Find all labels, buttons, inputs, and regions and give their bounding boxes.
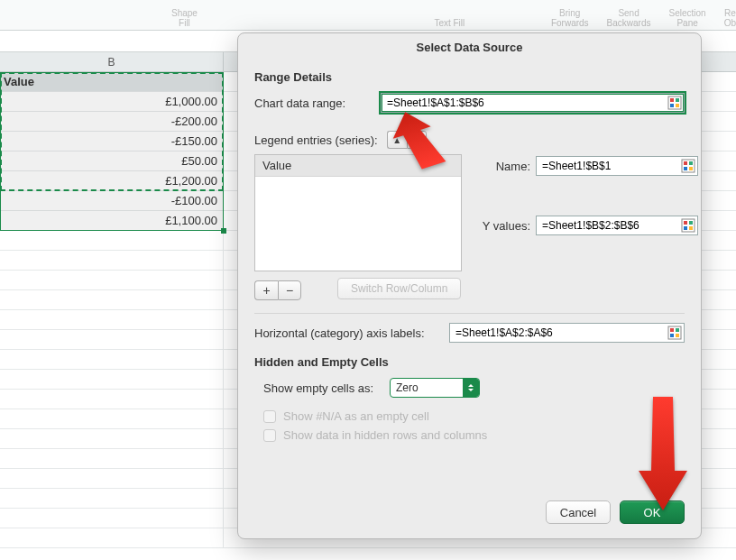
svg-rect-16 bbox=[670, 328, 674, 332]
series-move-down-button[interactable]: ▼ bbox=[407, 131, 427, 149]
cell-B5[interactable]: £50.00 bbox=[0, 151, 224, 170]
ribbon-group: Bring Forwards bbox=[551, 8, 589, 30]
svg-rect-18 bbox=[670, 334, 674, 337]
svg-rect-9 bbox=[689, 167, 693, 170]
show-empty-popup[interactable]: Zero bbox=[390, 378, 480, 398]
dialog-title: Select Data Source bbox=[238, 33, 701, 60]
range-details-heading: Range Details bbox=[254, 70, 685, 84]
series-item[interactable]: Value bbox=[255, 155, 461, 177]
svg-rect-2 bbox=[676, 98, 679, 102]
show-empty-label: Show empty cells as: bbox=[254, 381, 390, 395]
ribbon-group: Text Fill bbox=[434, 18, 465, 30]
chart-data-range-input[interactable] bbox=[381, 93, 685, 113]
cell-B6[interactable]: £1,200.00 bbox=[0, 171, 224, 190]
axis-labels-input[interactable] bbox=[449, 323, 685, 343]
select-data-source-dialog: Select Data Source Range Details Chart d… bbox=[237, 32, 702, 539]
ribbon-group: Shape Fill bbox=[171, 8, 198, 30]
svg-rect-7 bbox=[689, 161, 693, 165]
show-hidden-checkbox bbox=[263, 429, 276, 442]
svg-rect-12 bbox=[689, 221, 693, 225]
cell-B3[interactable]: -£200.00 bbox=[0, 112, 224, 131]
range-picker-icon[interactable] bbox=[681, 218, 695, 233]
y-values-input[interactable] bbox=[536, 216, 698, 235]
ribbon: Shape Fill Text Fill Bring Forwards Send… bbox=[0, 0, 736, 31]
show-empty-value: Zero bbox=[396, 381, 419, 394]
svg-rect-1 bbox=[670, 98, 674, 102]
svg-rect-14 bbox=[689, 226, 693, 230]
svg-rect-11 bbox=[684, 221, 687, 225]
axis-labels-label: Horizontal (category) axis labels: bbox=[254, 326, 449, 340]
legend-entries-label: Legend entries (series): bbox=[254, 133, 378, 147]
cell-B7[interactable]: -£100.00 bbox=[0, 191, 224, 210]
series-add-button[interactable]: + bbox=[254, 280, 278, 300]
svg-rect-13 bbox=[684, 226, 687, 230]
series-name-label: Name: bbox=[478, 160, 536, 173]
y-values-label: Y values: bbox=[478, 219, 536, 233]
svg-rect-8 bbox=[684, 167, 687, 170]
column-header-B[interactable]: B bbox=[0, 52, 224, 71]
cancel-button[interactable]: Cancel bbox=[546, 500, 611, 524]
range-picker-icon[interactable] bbox=[667, 326, 682, 340]
range-picker-icon[interactable] bbox=[681, 159, 695, 173]
svg-rect-6 bbox=[684, 161, 687, 165]
switch-row-column-button[interactable]: Switch Row/Column bbox=[337, 278, 461, 299]
ribbon-group: Re Ob bbox=[724, 8, 736, 30]
series-move-up-button[interactable]: ▲ bbox=[387, 131, 407, 149]
cell-B1[interactable]: Value bbox=[0, 72, 224, 91]
show-na-label: Show #N/A as an empty cell bbox=[283, 409, 429, 423]
svg-rect-19 bbox=[676, 334, 679, 337]
cell-B4[interactable]: -£150.00 bbox=[0, 132, 224, 151]
cell-B2[interactable]: £1,000.00 bbox=[0, 92, 224, 111]
popup-caret-icon bbox=[463, 379, 479, 397]
series-remove-button[interactable]: − bbox=[278, 280, 301, 300]
show-hidden-label: Show data in hidden rows and columns bbox=[283, 428, 487, 442]
cell-B8[interactable]: £1,100.00 bbox=[0, 211, 224, 230]
ok-button[interactable]: OK bbox=[620, 500, 685, 524]
ribbon-group: Send Backwards bbox=[607, 8, 651, 30]
chart-data-range-label: Chart data range: bbox=[254, 96, 381, 110]
series-listbox[interactable]: Value bbox=[254, 154, 462, 271]
svg-rect-17 bbox=[676, 328, 679, 332]
ribbon-group: Selection Pane bbox=[669, 8, 706, 30]
range-picker-icon[interactable] bbox=[667, 96, 682, 110]
series-name-input[interactable] bbox=[536, 156, 698, 176]
svg-rect-4 bbox=[676, 104, 679, 107]
hidden-cells-heading: Hidden and Empty Cells bbox=[254, 355, 685, 369]
svg-rect-3 bbox=[670, 104, 674, 107]
show-na-checkbox bbox=[263, 410, 276, 423]
